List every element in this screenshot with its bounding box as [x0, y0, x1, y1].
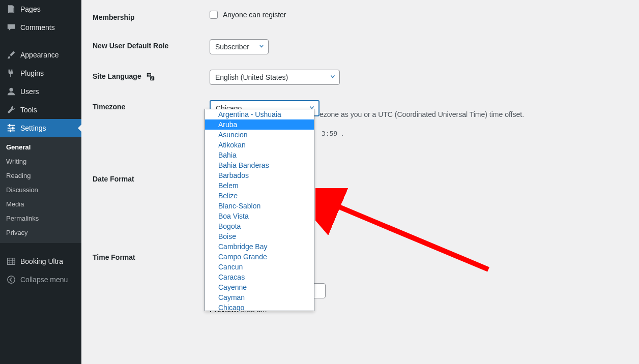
page-icon — [6, 4, 16, 14]
timezone-dropdown-listbox[interactable]: Argentina - UshuaiaArubaAsuncionAtikokan… — [205, 109, 314, 311]
timezone-option[interactable]: Cambridge Bay — [205, 241, 314, 252]
timezone-option[interactable]: Asuncion — [205, 130, 314, 140]
timezone-option[interactable]: Boise — [205, 231, 314, 241]
timezone-option[interactable]: Belem — [205, 180, 314, 191]
timezone-option[interactable]: Blanc-Sablon — [205, 201, 314, 211]
collapse-icon — [6, 275, 16, 285]
site-language-label: Site Language 文A — [93, 62, 205, 93]
sidebar-item-label: Booking Ultra — [20, 257, 63, 266]
sidebar-item-settings[interactable]: Settings — [0, 119, 81, 137]
timezone-option[interactable]: Belize — [205, 191, 314, 201]
timezone-option[interactable]: Argentina - Ushuaia — [205, 109, 314, 119]
plug-icon — [6, 68, 16, 78]
sidebar-item-pages[interactable]: Pages — [0, 0, 81, 18]
sidebar-item-label: Appearance — [20, 50, 59, 59]
grid-icon — [6, 256, 16, 266]
sidebar-item-comments[interactable]: Comments — [0, 18, 81, 37]
time-format-label: Time Format — [93, 243, 205, 321]
collapse-menu-button[interactable]: Collapse menu — [0, 270, 81, 289]
comment-icon — [6, 22, 16, 33]
membership-checkbox-label[interactable]: Anyone can register — [210, 11, 286, 19]
site-language-value: English (United States) — [215, 73, 288, 81]
submenu-item-discussion[interactable]: Discussion — [0, 183, 81, 197]
translate-icon: 文A — [147, 73, 155, 81]
date-format-label: Date Format — [93, 146, 205, 243]
wrench-icon — [6, 105, 16, 115]
sidebar-item-label: Plugins — [20, 69, 44, 78]
sliders-icon — [6, 123, 16, 133]
timezone-label: Timezone — [93, 93, 205, 146]
svg-rect-1 — [9, 6, 14, 13]
svg-rect-4 — [8, 128, 15, 129]
user-icon — [6, 86, 16, 97]
timezone-dropdown-scroll[interactable]: Argentina - UshuaiaArubaAsuncionAtikokan… — [205, 109, 314, 311]
membership-checkbox[interactable] — [210, 11, 218, 19]
timezone-option[interactable]: Cancun — [205, 262, 314, 272]
utc-time-code: 3:59 — [320, 129, 339, 138]
membership-option-text: Anyone can register — [223, 11, 286, 19]
svg-rect-8 — [10, 130, 11, 132]
chevron-down-icon — [329, 73, 336, 82]
timezone-option[interactable]: Bogota — [205, 221, 314, 231]
admin-sidebar: Pages Comments Appearance Plugins Users … — [0, 0, 81, 364]
svg-rect-3 — [8, 125, 15, 126]
settings-general-form: Membership Anyone can register New User … — [81, 0, 639, 364]
svg-text:A: A — [151, 77, 153, 80]
sidebar-item-label: Tools — [20, 105, 37, 114]
svg-rect-6 — [9, 124, 11, 127]
timezone-option[interactable]: Aruba — [205, 119, 314, 130]
submenu-item-general[interactable]: General — [0, 140, 81, 155]
submenu-item-reading[interactable]: Reading — [0, 169, 81, 183]
timezone-option[interactable]: Boa Vista — [205, 211, 314, 221]
timezone-option[interactable]: Campo Grande — [205, 252, 314, 262]
timezone-option[interactable]: Cayman — [205, 292, 314, 302]
site-language-select[interactable]: English (United States) — [210, 70, 340, 85]
svg-rect-9 — [8, 258, 15, 265]
svg-point-14 — [8, 276, 15, 283]
svg-rect-7 — [12, 127, 14, 129]
timezone-option[interactable]: Bahia — [205, 150, 314, 160]
submenu-item-writing[interactable]: Writing — [0, 155, 81, 169]
default-role-label: New User Default Role — [93, 32, 205, 62]
timezone-option[interactable]: Barbados — [205, 170, 314, 180]
membership-label: Membership — [93, 3, 205, 32]
sidebar-item-label: Comments — [20, 23, 55, 32]
sidebar-item-plugins[interactable]: Plugins — [0, 64, 81, 82]
svg-point-2 — [9, 88, 13, 92]
timezone-option[interactable]: Cayenne — [205, 282, 314, 292]
collapse-label: Collapse menu — [20, 275, 68, 284]
sidebar-item-label: Users — [20, 87, 39, 96]
chevron-down-icon — [258, 43, 265, 51]
submenu-item-permalinks[interactable]: Permalinks — [0, 211, 81, 226]
default-role-value: Subscriber — [215, 43, 249, 51]
timezone-option[interactable]: Chicago — [205, 302, 314, 311]
sidebar-item-tools[interactable]: Tools — [0, 101, 81, 119]
sidebar-item-label: Pages — [20, 5, 41, 14]
svg-text:文: 文 — [147, 73, 151, 77]
submenu-item-privacy[interactable]: Privacy — [0, 226, 81, 240]
timezone-option[interactable]: Bahia Banderas — [205, 160, 314, 170]
settings-submenu: General Writing Reading Discussion Media… — [0, 137, 81, 243]
default-role-select[interactable]: Subscriber — [210, 39, 269, 54]
sidebar-item-appearance[interactable]: Appearance — [0, 46, 81, 64]
timezone-option[interactable]: Caracas — [205, 272, 314, 282]
sidebar-item-booking-ultra[interactable]: Booking Ultra — [0, 252, 81, 270]
submenu-item-media[interactable]: Media — [0, 197, 81, 211]
sidebar-item-users[interactable]: Users — [0, 82, 81, 101]
sidebar-item-label: Settings — [20, 124, 46, 133]
timezone-option[interactable]: Atikokan — [205, 140, 314, 150]
brush-icon — [6, 50, 16, 60]
